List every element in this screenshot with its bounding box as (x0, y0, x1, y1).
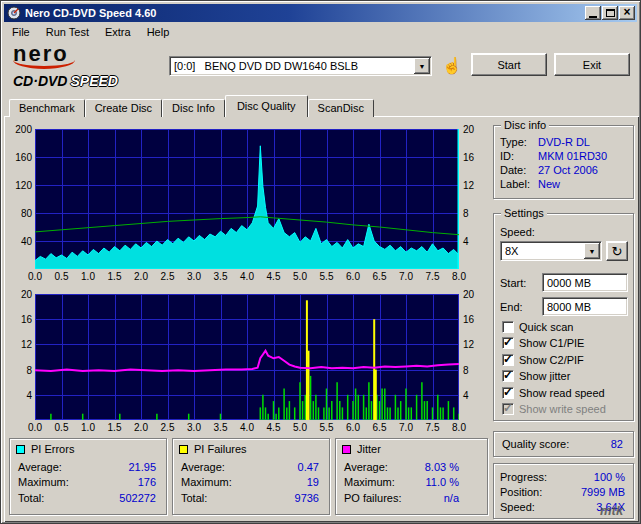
speed-select-dropdown-button[interactable]: ▼ (584, 243, 600, 259)
axis-tick-label: 8 (463, 366, 483, 376)
pi-failures-jitter-chart (35, 294, 459, 420)
axis-tick-label: 6.5 (369, 423, 391, 433)
checkbox-label: Show C2/PIF (519, 354, 584, 366)
refresh-speed-button[interactable]: ↻ (606, 241, 628, 261)
axis-tick-label: 4.0 (236, 423, 258, 433)
axis-tick-label: 4.5 (263, 272, 285, 282)
axis-tick-label: 7.5 (422, 272, 444, 282)
eject-hand-button[interactable]: ☝ (439, 53, 465, 78)
stat-value: 502272 (119, 492, 156, 504)
axis-tick-label: 160 (8, 153, 32, 163)
axis-tick-label: 4 (463, 237, 483, 247)
axis-tick-label: 7.0 (395, 423, 417, 433)
chevron-down-icon: ▼ (589, 248, 596, 255)
axis-tick-label: 4.5 (263, 423, 285, 433)
menu-help[interactable]: Help (139, 24, 178, 40)
minimize-button[interactable] (585, 6, 601, 20)
stat-value: n/a (444, 492, 459, 504)
watermark: mtk (600, 503, 623, 518)
start-button[interactable]: Start (471, 53, 547, 76)
pi-errors-stats-panel: PI Errors Average: 21.95 Maximum: 176 To… (9, 438, 167, 515)
axis-tick-label: 3.5 (210, 423, 232, 433)
axis-tick-label: 1.5 (104, 272, 126, 282)
axis-tick-label: 3.5 (210, 272, 232, 282)
axis-tick-label: 5.5 (316, 272, 338, 282)
end-position-field[interactable]: 8000 MB (542, 297, 628, 316)
close-icon: × (623, 7, 630, 17)
axis-tick-label: 40 (8, 237, 32, 247)
axis-tick-label: 80 (8, 209, 32, 219)
title-bar[interactable]: Nero CD-DVD Speed 4.60 × (4, 4, 637, 22)
axis-tick-label: 3.0 (183, 423, 205, 433)
checkbox-label: Show jitter (519, 370, 570, 382)
maximize-button[interactable] (602, 6, 618, 20)
logo-text-nero: nero (13, 41, 163, 67)
checkbox-label: Quick scan (519, 321, 573, 333)
checkbox-show-jitter[interactable]: ✓ Show jitter (502, 369, 570, 383)
stat-label: Average: (18, 461, 62, 473)
minimize-icon (589, 16, 597, 18)
refresh-icon: ↻ (612, 244, 623, 259)
stat-label: PO failures: (344, 492, 401, 504)
stat-value: 176 (138, 476, 156, 488)
axis-tick-label: 20 (463, 290, 483, 300)
axis-tick-label: 0.0 (24, 423, 46, 433)
speed-select[interactable]: 8X ▼ (500, 241, 602, 261)
axis-tick-label: 2.5 (157, 423, 179, 433)
disc-date-value: 27 Oct 2006 (538, 164, 598, 176)
axis-tick-label: 4 (8, 391, 32, 401)
checkbox-box: ✓ (502, 354, 514, 366)
exit-button[interactable]: Exit (554, 53, 630, 76)
checkbox-show-c1-pie[interactable]: ✓ Show C1/PIE (502, 336, 584, 350)
disc-label-label: Label: (500, 178, 530, 190)
pi-errors-chart (35, 129, 459, 269)
progress-value: 100 % (594, 471, 625, 483)
axis-tick-label: 2.0 (130, 272, 152, 282)
quality-score-panel: Quality score: 82 (493, 431, 634, 457)
axis-tick-label: 1.0 (77, 272, 99, 282)
maximize-icon (606, 9, 615, 17)
axis-tick-label: 6.0 (342, 423, 364, 433)
position-label: Position: (500, 486, 542, 498)
disc-label-value: New (538, 178, 560, 190)
axis-tick-label: 5.0 (289, 272, 311, 282)
checkbox-box: ✓ (502, 403, 514, 415)
axis-tick-label: 3.0 (183, 272, 205, 282)
pi-failures-swatch (179, 445, 188, 454)
tab-create-disc[interactable]: Create Disc (85, 99, 162, 117)
checkbox-show-read-speed[interactable]: ✓ Show read speed (502, 386, 605, 400)
pi-failures-stats-panel: PI Failures Average: 0.47 Maximum: 19 To… (172, 438, 330, 515)
axis-tick-label: 120 (8, 181, 32, 191)
tab-benchmark[interactable]: Benchmark (9, 99, 85, 117)
tab-scandisc[interactable]: ScanDisc (308, 99, 374, 117)
stat-label: Maximum: (181, 476, 232, 488)
axis-tick-label: 200 (8, 125, 32, 135)
settings-title: Settings (501, 207, 547, 219)
stat-label: Average: (344, 461, 388, 473)
end-position-label: End: (500, 301, 523, 313)
menu-run-test[interactable]: Run Test (38, 24, 97, 40)
stat-label: Maximum: (344, 476, 395, 488)
start-position-field[interactable]: 0000 MB (542, 273, 628, 292)
axis-tick-label: 0.5 (51, 272, 73, 282)
checkbox-box: ✓ (502, 321, 514, 333)
axis-tick-label: 6.0 (342, 272, 364, 282)
drive-selector[interactable]: [0:0] BENQ DVD DD DW1640 BSLB ▼ (169, 56, 432, 76)
close-button[interactable]: × (619, 6, 635, 20)
checkbox-quick-scan[interactable]: ✓ Quick scan (502, 320, 573, 334)
axis-tick-label: 8 (463, 209, 483, 219)
checkbox-label: Show read speed (519, 387, 605, 399)
checkbox-box: ✓ (502, 337, 514, 349)
axis-tick-label: 16 (463, 153, 483, 163)
menu-extra[interactable]: Extra (97, 24, 139, 40)
tab-disc-info[interactable]: Disc Info (162, 99, 225, 117)
menu-file[interactable]: File (4, 24, 38, 40)
checkbox-show-c2-pif[interactable]: ✓ Show C2/PIF (502, 353, 584, 367)
tab-disc-quality[interactable]: Disc Quality (225, 95, 308, 117)
speed-readout-label: Speed: (500, 501, 535, 513)
stat-value: 19 (307, 476, 319, 488)
pi-errors-stats-title: PI Errors (31, 443, 74, 455)
disc-info-group: Disc info Type: DVD-R DL ID: MKM 01RD30 … (493, 125, 634, 199)
drive-selector-value: [0:0] BENQ DVD DD DW1640 BSLB (174, 60, 358, 72)
drive-selector-dropdown-button[interactable]: ▼ (414, 58, 430, 74)
